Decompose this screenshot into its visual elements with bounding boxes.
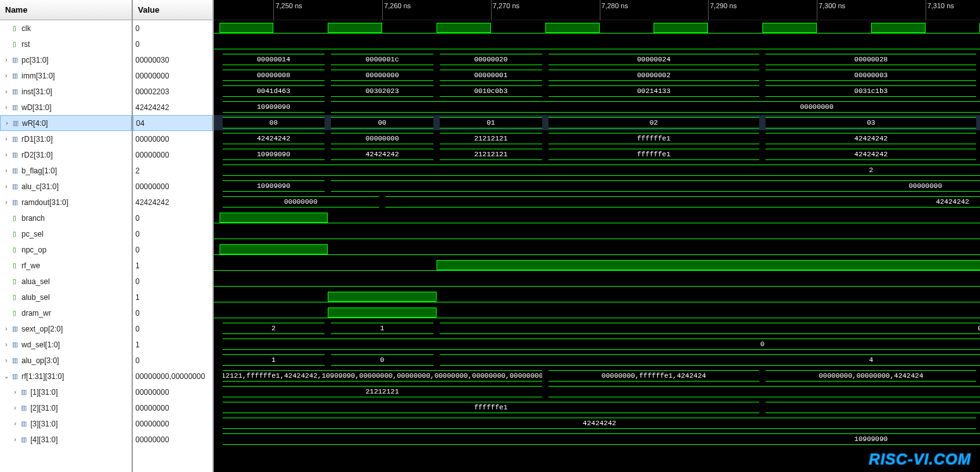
signal-name-row[interactable]: ›▥rD1[31:0] [0, 131, 132, 147]
signal-value-row[interactable]: 42424242 [133, 194, 213, 210]
signal-value-row[interactable]: 0 [133, 321, 213, 337]
wave-row[interactable]: 0041d463003020230010c0b3002141330031c1b3… [214, 84, 980, 99]
signal-name-row[interactable]: ›▥b_flag[1:0] [0, 163, 132, 178]
signal-name-row[interactable]: ›▥alu_c[31:0] [0, 178, 132, 194]
signal-value-row[interactable]: 0 [133, 210, 213, 226]
expand-icon[interactable]: › [3, 199, 10, 206]
wave-row[interactable]: 109090900000000042424242 [214, 99, 980, 115]
signal-name-row[interactable]: ▯branch [0, 210, 132, 226]
signal-name-row[interactable]: ›▥imm[31:0] [0, 68, 132, 84]
signal-name-row[interactable]: ▯clk [0, 20, 132, 36]
signal-value-row[interactable]: 0 [133, 36, 213, 52]
expand-icon[interactable]: ⌄ [3, 373, 10, 380]
wave-row[interactable] [214, 226, 980, 242]
expand-icon[interactable]: › [3, 120, 11, 127]
wave-row[interactable]: 0000000042424242 [214, 194, 980, 210]
expand-icon[interactable]: › [3, 56, 10, 63]
signal-name-row[interactable]: ▯alua_sel [0, 273, 132, 289]
signal-value-row[interactable]: 00000000 [133, 68, 213, 84]
expand-icon[interactable]: › [11, 404, 19, 411]
expand-icon[interactable]: › [3, 72, 10, 79]
wave-row[interactable] [214, 273, 980, 289]
wave-body[interactable]: 000000140000001c000000200000002400000028… [214, 20, 980, 447]
signal-name-row[interactable]: ›▥ramdout[31:0] [0, 194, 132, 210]
expand-icon[interactable]: › [3, 167, 10, 174]
wave-row[interactable]: 210 [214, 321, 980, 337]
signal-value-row[interactable]: 04 [133, 115, 213, 131]
signal-name-row[interactable]: ▯rst [0, 36, 132, 52]
signal-name-row[interactable]: ▯rf_we [0, 258, 132, 273]
signal-name-row[interactable]: ›▥alu_op[3:0] [0, 352, 132, 368]
wave-row[interactable]: 2 [214, 163, 980, 178]
wave-row[interactable] [214, 20, 980, 36]
signal-value-row[interactable]: 0 [133, 20, 213, 36]
wave-row[interactable] [214, 36, 980, 52]
signal-name-row[interactable]: ›▥[3][31:0] [0, 416, 132, 432]
signal-value-row[interactable]: 00000000,00000000 [133, 368, 213, 384]
signal-name-row[interactable]: ›▥[1][31:0] [0, 384, 132, 400]
wave-row[interactable]: 109090904242424221212121ffffffe142424242… [214, 147, 980, 163]
signal-name-row[interactable]: ›▥rD2[31:0] [0, 147, 132, 163]
wave-row[interactable]: 10909090 [214, 432, 980, 447]
signal-value-row[interactable]: 00000000 [133, 432, 213, 447]
signal-value-row[interactable]: 1 [133, 337, 213, 352]
name-header[interactable]: Name [0, 0, 132, 20]
waveform-area[interactable]: 7,250 ns7,260 ns7,270 ns7,280 ns7,290 ns… [214, 0, 980, 472]
expand-icon[interactable]: › [3, 357, 10, 364]
expand-icon[interactable]: › [3, 325, 10, 332]
wave-row[interactable]: 424242420000000021212121ffffffe142424242… [214, 131, 980, 147]
expand-icon[interactable]: › [11, 436, 19, 443]
expand-icon[interactable]: › [11, 388, 19, 395]
signal-value-row[interactable]: 00002203 [133, 84, 213, 99]
signal-value-row[interactable]: 00000000 [133, 131, 213, 147]
wave-row[interactable]: 1090909000000000 [214, 178, 980, 194]
signal-name-row[interactable]: ›▥wR[4:0] [0, 115, 132, 131]
signal-name-row[interactable]: ›▥[4][31:0] [0, 432, 132, 447]
wave-row[interactable] [214, 242, 980, 258]
signal-name-row[interactable]: ›▥wD[31:0] [0, 99, 132, 115]
signal-value-row[interactable]: 42424242 [133, 99, 213, 115]
signal-name-row[interactable]: ›▥[2][31:0] [0, 400, 132, 416]
signal-value-row[interactable]: 1 [133, 258, 213, 273]
expand-icon[interactable]: › [3, 104, 10, 111]
wave-row[interactable]: 1040 [214, 352, 980, 368]
wave-row[interactable] [214, 305, 980, 321]
expand-icon[interactable]: › [3, 88, 10, 95]
value-panel[interactable]: Value 0000000030000000000000220342424242… [133, 0, 214, 472]
wave-row[interactable] [214, 289, 980, 305]
wave-row[interactable]: ffffffe100000000 [214, 400, 980, 416]
signal-name-row[interactable]: ›▥sext_op[2:0] [0, 321, 132, 337]
signal-name-row[interactable]: ▯alub_sel [0, 289, 132, 305]
signal-value-row[interactable]: 0 [133, 305, 213, 321]
wave-row[interactable] [214, 258, 980, 273]
signal-value-row[interactable]: 00000000 [133, 147, 213, 163]
wave-row[interactable]: 01 [214, 337, 980, 352]
signal-value-row[interactable]: 00000000 [133, 178, 213, 194]
signal-name-row[interactable]: ›▥pc[31:0] [0, 52, 132, 68]
value-body[interactable]: 0000000030000000000000220342424242040000… [133, 20, 213, 472]
signal-value-row[interactable]: 0 [133, 352, 213, 368]
signal-value-row[interactable]: 00000000 [133, 384, 213, 400]
expand-icon[interactable]: › [3, 135, 10, 142]
expand-icon[interactable]: › [3, 341, 10, 348]
wave-row[interactable]: 0000000800000000000000010000000200000003… [214, 68, 980, 84]
signal-name-row[interactable]: ›▥inst[31:0] [0, 84, 132, 99]
signal-value-row[interactable]: 00000000 [133, 416, 213, 432]
name-panel[interactable]: Name ▯clk▯rst›▥pc[31:0]›▥imm[31:0]›▥inst… [0, 0, 133, 472]
signal-value-row[interactable]: 2 [133, 163, 213, 178]
time-ruler[interactable]: 7,250 ns7,260 ns7,270 ns7,280 ns7,290 ns… [214, 0, 980, 20]
signal-name-row[interactable]: ▯pc_sel [0, 226, 132, 242]
signal-name-row[interactable]: ⌄▥rf[1:31][31:0] [0, 368, 132, 384]
signal-value-row[interactable]: 0 [133, 242, 213, 258]
wave-row[interactable]: 000000140000001c000000200000002400000028… [214, 52, 980, 68]
expand-icon[interactable]: › [3, 151, 10, 158]
signal-name-row[interactable]: ▯npc_op [0, 242, 132, 258]
wave-row[interactable]: 21212121,ffffffe1,42424242,10909090,0000… [214, 368, 980, 384]
signal-name-row[interactable]: ›▥wd_sel[1:0] [0, 337, 132, 352]
signal-value-row[interactable]: 0 [133, 226, 213, 242]
signal-value-row[interactable]: 1 [133, 289, 213, 305]
wave-row[interactable]: 4242424200000000 [214, 416, 980, 432]
signal-value-row[interactable]: 0 [133, 273, 213, 289]
signal-name-row[interactable]: ▯dram_wr [0, 305, 132, 321]
expand-icon[interactable]: › [11, 420, 19, 427]
